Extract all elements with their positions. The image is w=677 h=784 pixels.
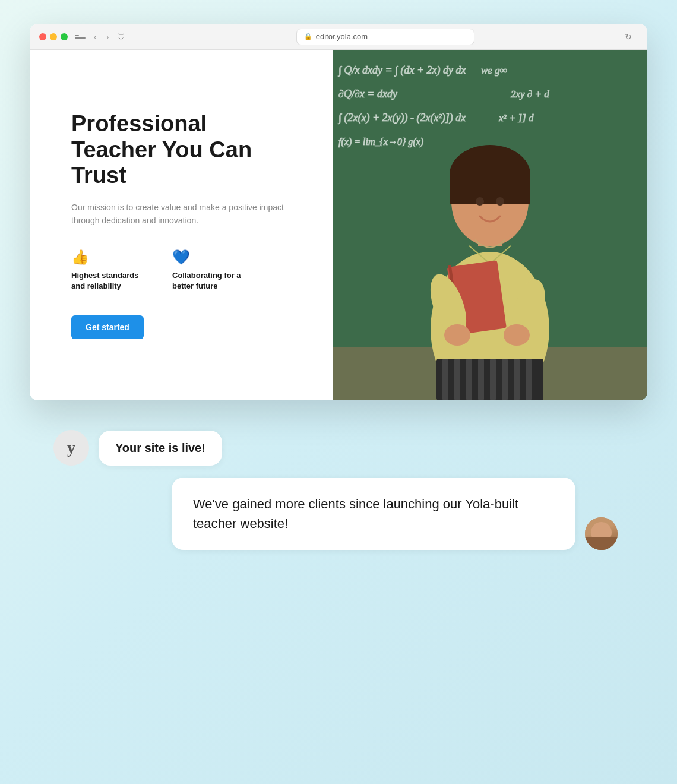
svg-text:∫ (2x(x) + 2x(y)) - (2x(x²)]) : ∫ (2x(x) + 2x(y)) - (2x(x²)]) dx: [338, 112, 466, 124]
feature-standards-label: Highest standards and reliability: [71, 270, 148, 292]
svg-rect-25: [466, 359, 472, 400]
svg-text:∫ Q/x dxdy = ∫ (dx + 2x) dy dx: ∫ Q/x dxdy = ∫ (dx + 2x) dy dx: [338, 64, 466, 77]
address-bar-container: 🔒 editor.yola.com ↻: [132, 29, 638, 45]
svg-point-21: [504, 324, 530, 346]
svg-rect-27: [490, 359, 496, 400]
teacher-image-panel: ∫ Q/x dxdy = ∫ (dx + 2x) dy dx ∂Q/∂x = d…: [333, 50, 647, 400]
chat-message-live-text: Your site is live!: [115, 441, 205, 454]
svg-text:∂Q/∂x = dxdy: ∂Q/∂x = dxdy: [338, 88, 397, 100]
shield-icon: 🛡: [117, 32, 125, 42]
url-text: editor.yola.com: [316, 32, 368, 41]
get-started-button[interactable]: Get started: [71, 315, 144, 339]
chat-message-yola: y Your site is live!: [53, 430, 624, 466]
feature-collaborating-label: Collaborating for a better future: [172, 270, 249, 292]
outer-wrapper: ‹ › 🛡 🔒 editor.yola.com ↻ Professional T…: [24, 24, 653, 760]
feature-collaborating: 💙 Collaborating for a better future: [172, 249, 249, 292]
svg-rect-23: [442, 359, 448, 400]
chat-bubble-live: Your site is live!: [99, 431, 222, 466]
svg-text:x² + ]] d: x² + ]] d: [498, 112, 534, 124]
svg-rect-24: [454, 359, 460, 400]
address-bar[interactable]: 🔒 editor.yola.com: [296, 29, 474, 45]
feature-standards: 👍 Highest standards and reliability: [71, 249, 148, 292]
browser-toolbar: ‹ › 🛡 🔒 editor.yola.com ↻: [30, 24, 647, 50]
chalkboard-svg: ∫ Q/x dxdy = ∫ (dx + 2x) dy dx ∂Q/∂x = d…: [333, 50, 647, 400]
user-avatar-face: [585, 517, 618, 550]
refresh-icon[interactable]: ↻: [625, 32, 632, 42]
sidebar-toggle-icon[interactable]: [75, 33, 86, 41]
hero-subtitle: Our mission is to create value and make …: [71, 201, 297, 227]
chat-bubble-testimonial: We've gained more clients since launchin…: [172, 478, 575, 550]
maximize-button[interactable]: [61, 33, 68, 40]
hero-title: Professional Teacher You Can Trust: [71, 111, 297, 189]
back-arrow-icon[interactable]: ‹: [93, 32, 98, 42]
svg-text:we g∞: we g∞: [481, 65, 507, 76]
teacher-image: ∫ Q/x dxdy = ∫ (dx + 2x) dy dx ∂Q/∂x = d…: [333, 50, 647, 400]
chat-message-testimonial-text: We've gained more clients since launchin…: [193, 497, 518, 531]
user-avatar: [585, 517, 618, 550]
svg-rect-26: [478, 359, 484, 400]
svg-rect-13: [450, 172, 530, 204]
minimize-button[interactable]: [50, 33, 57, 40]
browser-window: ‹ › 🛡 🔒 editor.yola.com ↻ Professional T…: [30, 24, 647, 400]
yola-avatar-letter: y: [67, 438, 75, 457]
chat-area: y Your site is live! We've gained more c…: [30, 412, 647, 568]
svg-rect-30: [526, 359, 532, 400]
thumbs-up-icon: 👍: [71, 249, 148, 265]
svg-point-14: [476, 197, 484, 206]
svg-point-20: [444, 324, 470, 346]
svg-rect-28: [502, 359, 508, 400]
close-button[interactable]: [39, 33, 46, 40]
svg-text:2xy ∂ + d: 2xy ∂ + d: [511, 88, 549, 100]
website-content: Professional Teacher You Can Trust Our m…: [30, 50, 647, 400]
svg-text:f(x) = lim_{x→0} g(x): f(x) = lim_{x→0} g(x): [338, 137, 423, 147]
website-left-panel: Professional Teacher You Can Trust Our m…: [30, 50, 333, 400]
forward-arrow-icon[interactable]: ›: [105, 32, 110, 42]
heart-icon: 💙: [172, 249, 249, 265]
features-row: 👍 Highest standards and reliability 💙 Co…: [71, 249, 297, 292]
traffic-lights: [39, 33, 68, 40]
svg-rect-29: [514, 359, 520, 400]
chat-message-user: We've gained more clients since launchin…: [53, 478, 624, 550]
yola-avatar: y: [53, 430, 89, 466]
svg-point-15: [496, 197, 504, 206]
lock-icon: 🔒: [304, 33, 312, 40]
